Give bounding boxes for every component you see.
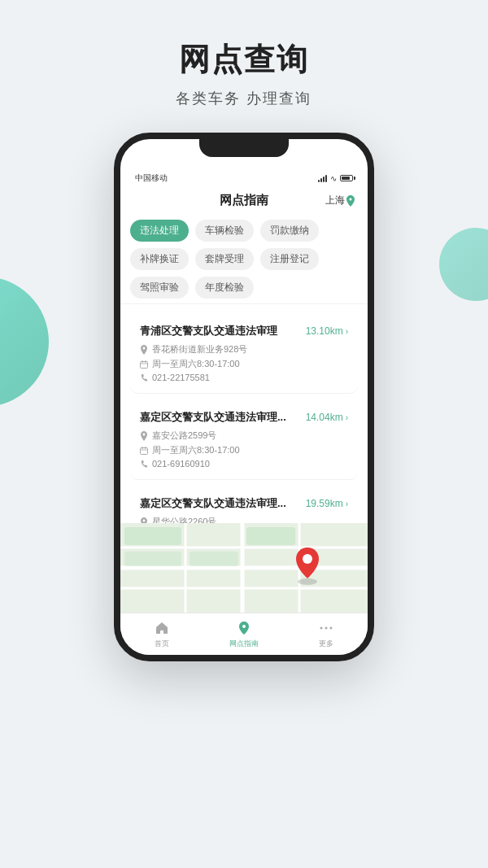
service-item-2[interactable]: 嘉定区交警支队交通违法审理... 14.04km › 嘉安公路2599号 <box>130 402 358 480</box>
phone-icon-2 <box>140 460 148 468</box>
service-item-header-2: 嘉定区交警支队交通违法审理... 14.04km › <box>140 410 348 425</box>
service-address-2: 嘉安公路2599号 <box>140 430 348 442</box>
chevron-icon-3: › <box>346 499 348 508</box>
svg-rect-20 <box>246 527 295 545</box>
service-name-1: 青浦区交警支队交通违法审理 <box>140 324 306 338</box>
map-area <box>120 523 368 613</box>
svg-rect-4 <box>141 447 148 454</box>
hero-title: 网点查询 <box>16 39 472 81</box>
service-phone-2: 021-69160910 <box>140 459 348 469</box>
service-address-1: 香花桥街道新业务928号 <box>140 343 348 355</box>
nav-outlets-label: 网点指南 <box>229 639 259 649</box>
signal-bars-icon <box>318 174 327 182</box>
battery-icon <box>340 175 353 181</box>
location-badge[interactable]: 上海 <box>325 194 355 207</box>
location-icon <box>140 345 148 355</box>
svg-point-27 <box>330 627 333 630</box>
nav-more-label: 更多 <box>319 639 333 649</box>
nav-home[interactable]: 首页 <box>120 619 203 649</box>
tab-violation[interactable]: 违法处理 <box>130 220 189 242</box>
service-item-header-1: 青浦区交警支队交通违法审理 13.10km › <box>140 324 348 338</box>
svg-point-23 <box>298 578 317 585</box>
home-icon <box>153 619 171 637</box>
status-bar: 中国移动 ∿ <box>120 164 368 188</box>
svg-rect-19 <box>124 527 181 545</box>
phone-wrapper: 中国移动 ∿ 网点指南 上海 <box>0 133 488 661</box>
carrier-label: 中国移动 <box>135 172 168 184</box>
hero-section: 网点查询 各类车务 办理查询 <box>0 0 488 133</box>
app-title: 网点指南 <box>220 193 268 208</box>
phone-notch <box>199 139 289 157</box>
nav-more[interactable]: 更多 <box>285 619 368 649</box>
tab-license[interactable]: 套牌受理 <box>195 248 254 270</box>
svg-rect-0 <box>141 361 148 368</box>
service-item-header-3: 嘉定区交警支队交通违法审理... 19.59km › <box>140 496 348 511</box>
phone-icon <box>140 373 148 382</box>
bottom-nav: 首页 网点指南 <box>120 613 368 655</box>
service-distance-3: 19.59km › <box>306 498 348 509</box>
divider <box>120 303 368 304</box>
phone-frame: 中国移动 ∿ 网点指南 上海 <box>114 133 374 661</box>
service-distance-2: 14.04km › <box>306 412 348 423</box>
service-distance-1: 13.10km › <box>306 325 348 337</box>
tab-annual[interactable]: 年度检验 <box>195 277 254 299</box>
calendar-icon <box>140 360 148 369</box>
chevron-icon-2: › <box>346 413 348 422</box>
nav-outlets[interactable]: 网点指南 <box>203 619 285 649</box>
status-icons: ∿ <box>318 174 353 183</box>
svg-point-26 <box>325 627 328 630</box>
service-hours-1: 周一至周六8:30-17:00 <box>140 358 348 370</box>
wifi-icon: ∿ <box>330 174 337 183</box>
nav-home-label: 首页 <box>155 639 169 649</box>
location-icon-2 <box>140 431 148 441</box>
phone-screen: 中国移动 ∿ 网点指南 上海 <box>120 164 368 655</box>
svg-point-25 <box>320 627 323 630</box>
outlets-icon <box>235 619 253 637</box>
tab-plate[interactable]: 补牌换证 <box>130 248 189 270</box>
tab-inspection[interactable]: 车辆检验 <box>195 220 254 242</box>
tab-fine[interactable]: 罚款缴纳 <box>260 220 319 242</box>
category-tabs: 违法处理 车辆检验 罚款缴纳 补牌换证 套牌受理 注册登记 驾照审验 年度检验 <box>120 213 368 302</box>
map-svg <box>120 523 368 613</box>
tab-register[interactable]: 注册登记 <box>260 248 319 270</box>
app-header: 网点指南 上海 <box>120 188 368 213</box>
service-name-3: 嘉定区交警支队交通违法审理... <box>140 496 306 511</box>
location-pin-icon <box>346 195 355 207</box>
calendar-icon-2 <box>140 447 148 455</box>
svg-point-24 <box>303 554 312 564</box>
service-phone-1: 021-22175581 <box>140 373 348 382</box>
service-hours-2: 周一至周六8:30-17:00 <box>140 444 348 456</box>
service-name-2: 嘉定区交警支队交通违法审理... <box>140 410 306 425</box>
tab-drivers[interactable]: 驾照审验 <box>130 277 189 299</box>
service-item-1[interactable]: 青浦区交警支队交通违法审理 13.10km › 香花桥街道新业务928号 <box>130 316 358 394</box>
hero-subtitle: 各类车务 办理查询 <box>16 89 472 108</box>
more-icon <box>317 619 335 637</box>
location-text: 上海 <box>325 194 345 207</box>
svg-rect-21 <box>124 552 181 566</box>
chevron-icon-1: › <box>346 327 348 336</box>
svg-rect-22 <box>190 552 238 566</box>
